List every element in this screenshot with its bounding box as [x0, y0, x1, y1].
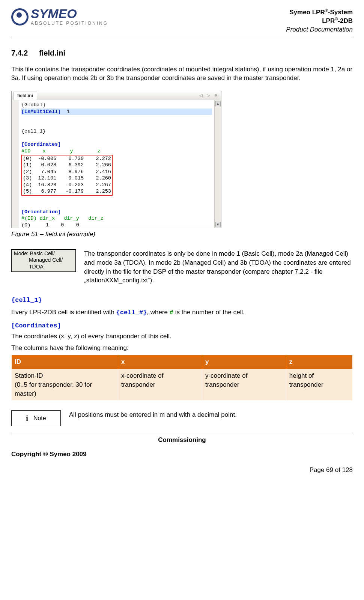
cell-description: Every LPR-2DB cell is identified with {c… — [11, 308, 353, 317]
code-row: (2) 7.045 8.976 2.416 — [23, 169, 111, 175]
editor-screenshot: field.ini ◁ ▷ ✕ {Global} [IsMultiCell] 1… — [11, 91, 221, 228]
code-val: 1 — [61, 109, 70, 115]
section-number: 7.4.2 — [11, 49, 28, 57]
footer-section: Commissioning — [11, 433, 353, 445]
col-desc-id: Station-ID (0..5 for transponder, 30 for… — [12, 369, 118, 400]
coords-description: The coordinates (x, y, z) of every trans… — [11, 332, 353, 341]
code-line: {cell_1} — [21, 128, 46, 134]
mode-box-line: Managed Cell/ — [14, 257, 73, 264]
col-desc-y: y-coordinate of transponder — [202, 369, 286, 400]
code-row: (4) 16.823 -0.203 2.267 — [23, 182, 111, 188]
keyword-hash: # — [170, 309, 173, 316]
col-header-id: ID — [12, 355, 118, 369]
code-section: [Orientation] — [21, 209, 61, 215]
editor-tab[interactable]: field.ini — [13, 92, 37, 100]
columns-intro: The columns have the following meaning: — [11, 344, 353, 353]
text-fragment: Station-ID — [15, 372, 43, 379]
mode-box: Mode: Basic Cell/ Managed Cell/ TDOA — [11, 249, 76, 272]
scroll-up-icon[interactable]: ▲ — [215, 101, 221, 106]
editor-tabbar: field.ini ◁ ▷ ✕ — [12, 91, 221, 100]
code-row: (1) 0.028 6.392 2.266 — [23, 162, 111, 168]
mode-text: The transponder coordinates is only be d… — [84, 249, 353, 285]
code-comment: #ID x y z — [21, 148, 101, 154]
keyword-cell: {cell_1} — [11, 297, 42, 304]
logo-title: SYMEO — [31, 8, 108, 20]
col-header-z: z — [286, 355, 352, 369]
text-fragment: is the number of the cell. — [173, 309, 245, 316]
code-row: (3) 12.101 9.015 2.260 — [23, 175, 111, 181]
mode-box-line: TDOA — [14, 264, 73, 270]
logo-icon — [11, 8, 29, 26]
tab-prev-icon[interactable]: ◁ — [197, 92, 204, 99]
code-section: [Coordinates] — [21, 142, 61, 147]
section-title: field.ini — [39, 49, 65, 57]
editor-content[interactable]: {Global} [IsMultiCell] 1 {cell_1} [Coord… — [19, 100, 214, 228]
header-line1-suf: -System — [328, 9, 353, 16]
code-row: (5) 6.977 -0.179 2.253 — [23, 188, 111, 194]
header-line3: Product Documentation — [286, 26, 353, 34]
logo: SYMEO ABSOLUTE POSITIONING — [11, 8, 108, 27]
section-heading: 7.4.2 field.ini — [11, 48, 353, 58]
section-intro: This file contains the transponder coord… — [11, 65, 353, 83]
figure-caption: Figure 51 – field.ini (example) — [11, 230, 353, 239]
mode-box-line: Mode: Basic Cell/ — [14, 250, 73, 257]
scrollbar-vertical[interactable]: ▲ ▼ — [214, 100, 221, 228]
note-callout: i Note All positions must be entered in … — [11, 410, 353, 426]
highlight-box: (0) -0.006 0.730 2.272 (1) 0.028 6.392 2… — [21, 155, 113, 196]
header-product-info: Symeo LPR®-System LPR®-2DB Product Docum… — [286, 8, 353, 34]
code-key: [IsMultiCell] — [21, 109, 61, 115]
col-desc-z: height of transponder — [286, 369, 352, 400]
tab-close-icon[interactable]: ✕ — [212, 92, 220, 99]
tab-controls: ◁ ▷ ✕ — [197, 92, 220, 99]
logo-subtitle: ABSOLUTE POSITIONING — [31, 20, 108, 27]
columns-table: ID x y z Station-ID (0..5 for transponde… — [11, 355, 353, 401]
note-box: i Note — [11, 410, 61, 426]
col-desc-x: x-coordinate of transponder — [118, 369, 202, 400]
code-line: {Global} — [21, 102, 46, 108]
header-line1-pre: Symeo LPR — [289, 9, 325, 16]
note-label: Note — [33, 414, 46, 422]
text-fragment: Every LPR-2DB cell is identified with — [11, 309, 116, 316]
code-comment: #(ID) dir_x dir_y dir_z — [21, 216, 104, 221]
header-line2-suf: -2DB — [338, 17, 353, 24]
editor-gutter — [12, 100, 19, 228]
mode-callout: Mode: Basic Cell/ Managed Cell/ TDOA The… — [11, 249, 353, 285]
header-line2-pre: LPR — [322, 17, 335, 24]
page-number: Page 69 of 128 — [11, 466, 353, 475]
code-row: (0) -0.006 0.730 2.272 — [23, 156, 111, 161]
info-icon: i — [26, 413, 28, 424]
page-header: SYMEO ABSOLUTE POSITIONING Symeo LPR®-Sy… — [11, 8, 353, 37]
text-fragment: (0..5 for transponder, 30 for master) — [15, 381, 92, 397]
col-header-y: y — [202, 355, 286, 369]
note-text: All positions must be entered in m and w… — [69, 410, 237, 419]
code-row: (0) 1 0 0 — [21, 222, 79, 228]
keyword-coordinates: [Coordinates] — [11, 322, 61, 329]
keyword-cell-template: {cell_#} — [116, 309, 147, 316]
col-header-x: x — [118, 355, 202, 369]
copyright: Copyright © Symeo 2009 — [11, 450, 353, 459]
header-sup1: ® — [325, 8, 328, 12]
text-fragment: , where — [147, 309, 169, 316]
tab-next-icon[interactable]: ▷ — [205, 92, 212, 99]
scroll-down-icon[interactable]: ▼ — [215, 222, 221, 227]
